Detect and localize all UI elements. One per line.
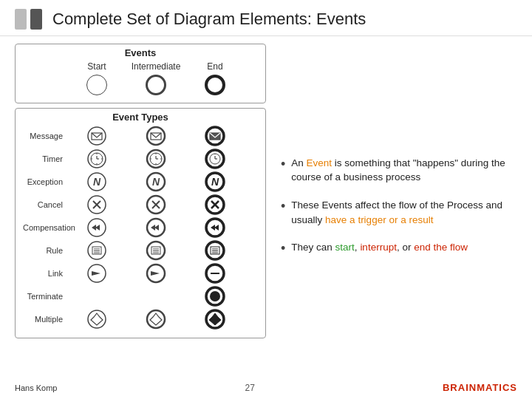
description-list: • An Event is something that "happens" d…: [281, 156, 517, 271]
event-types-title: Event Types: [23, 112, 258, 123]
bullet-icon: •: [281, 197, 285, 216]
cancel-start-icon: [67, 194, 126, 215]
multiple-start-icon: [67, 309, 126, 330]
header: Complete Set of Diagram Elements: Events: [0, 0, 532, 36]
compensation-label: Compensation: [23, 223, 67, 232]
table-row: Link: [23, 263, 258, 284]
compensation-start-icon: [67, 217, 126, 238]
terminate-label: Terminate: [23, 292, 67, 301]
col-start: Start: [67, 61, 126, 72]
link-end-icon: [185, 263, 245, 284]
multiple-label: Multiple: [23, 315, 67, 324]
bullet-text-1: An Event is something that "happens" dur…: [291, 156, 517, 185]
bar-1: [15, 9, 27, 30]
list-item: • These Events affect the flow of the Pr…: [281, 198, 517, 227]
start-event-icon: [86, 75, 107, 95]
message-start-icon: [67, 126, 126, 146]
multiple-end-icon: [185, 309, 245, 330]
svg-text:N: N: [93, 176, 101, 188]
table-row: Rule: [23, 240, 258, 261]
table-row: Multiple: [23, 309, 258, 330]
timer-intermediate-icon: [126, 149, 185, 169]
svg-marker-80: [209, 313, 221, 325]
list-item: • They can start, interrupt, or end the …: [281, 240, 517, 258]
link-label: Link: [23, 269, 67, 278]
terminate-intermediate-icon: [126, 286, 185, 307]
exception-end-icon: N: [185, 171, 245, 192]
table-row: Exception N N N: [23, 171, 258, 192]
intermediate-event-icon: [146, 75, 166, 95]
message-intermediate-icon: [126, 126, 185, 146]
column-headers: Start Intermediate End: [67, 61, 258, 72]
message-label: Message: [23, 132, 67, 140]
col-end: End: [185, 61, 245, 72]
svg-text:N: N: [211, 176, 219, 188]
footer-author: Hans Komp: [15, 383, 57, 392]
svg-marker-69: [151, 271, 160, 276]
compensation-end-icon: [185, 217, 245, 238]
basic-event-row: [23, 75, 258, 95]
timer-end-icon: [185, 149, 245, 169]
events-box: Events Start Intermediate End: [15, 44, 266, 103]
bullet-icon: •: [281, 239, 285, 258]
diagram-table: Events Start Intermediate End: [15, 44, 266, 383]
exception-intermediate-icon: N: [126, 171, 185, 192]
exception-label: Exception: [23, 177, 67, 186]
bullet-text-2: These Events affect the flow of the Proc…: [291, 198, 517, 227]
svg-point-0: [88, 127, 106, 145]
decorative-bars: [15, 9, 42, 30]
svg-marker-47: [151, 225, 155, 231]
intermediate-circle: [126, 75, 185, 95]
timer-start-icon: [67, 149, 126, 169]
timer-label: Timer: [23, 154, 67, 163]
svg-marker-44: [92, 225, 96, 231]
svg-point-74: [210, 291, 220, 301]
svg-marker-67: [92, 271, 100, 276]
cancel-label: Cancel: [23, 200, 67, 209]
rule-label: Rule: [23, 246, 67, 255]
terminate-start-icon: [67, 286, 126, 307]
multiple-intermediate-icon: [126, 309, 185, 330]
events-box-title: Events: [23, 47, 258, 58]
rule-intermediate-icon: [126, 240, 185, 261]
cancel-intermediate-icon: [126, 194, 185, 215]
svg-marker-78: [150, 313, 162, 325]
bullet-points: • An Event is something that "happens" d…: [266, 44, 517, 383]
footer: Hans Komp 27 BRAINMATICS: [0, 382, 532, 393]
list-item: • An Event is something that "happens" d…: [281, 156, 517, 185]
rule-end-icon: [185, 240, 245, 261]
cancel-end-icon: [185, 194, 245, 215]
terminate-end-icon: [185, 286, 245, 307]
brainmatics-logo: BRAINMATICS: [443, 382, 517, 393]
svg-text:N: N: [152, 176, 160, 188]
table-row: Terminate: [23, 286, 258, 307]
bullet-icon: •: [281, 154, 285, 174]
svg-marker-76: [91, 313, 103, 325]
compensation-intermediate-icon: [126, 217, 185, 238]
svg-marker-50: [211, 225, 215, 231]
table-row: Cancel: [23, 194, 258, 215]
bar-2: [30, 9, 42, 30]
start-circle: [67, 75, 126, 95]
page-title: Complete Set of Diagram Elements: Events: [52, 10, 366, 29]
event-types-box: Event Types Message Timer: [15, 108, 266, 338]
bullet-text-3: They can start, interrupt, or end the fl…: [291, 240, 468, 255]
main-content: Events Start Intermediate End: [0, 36, 532, 391]
link-intermediate-icon: [126, 263, 185, 284]
end-circle: [185, 75, 245, 95]
message-end-icon: [185, 126, 245, 146]
table-row: Message: [23, 126, 258, 146]
table-row: Timer: [23, 149, 258, 169]
svg-point-2: [147, 127, 165, 145]
col-intermediate: Intermediate: [126, 61, 185, 72]
table-row: Compensation: [23, 217, 258, 238]
exception-start-icon: N: [67, 171, 126, 192]
page-number: 27: [245, 383, 255, 393]
link-start-icon: [67, 263, 126, 284]
rule-start-icon: [67, 240, 126, 261]
end-event-icon: [205, 75, 225, 95]
